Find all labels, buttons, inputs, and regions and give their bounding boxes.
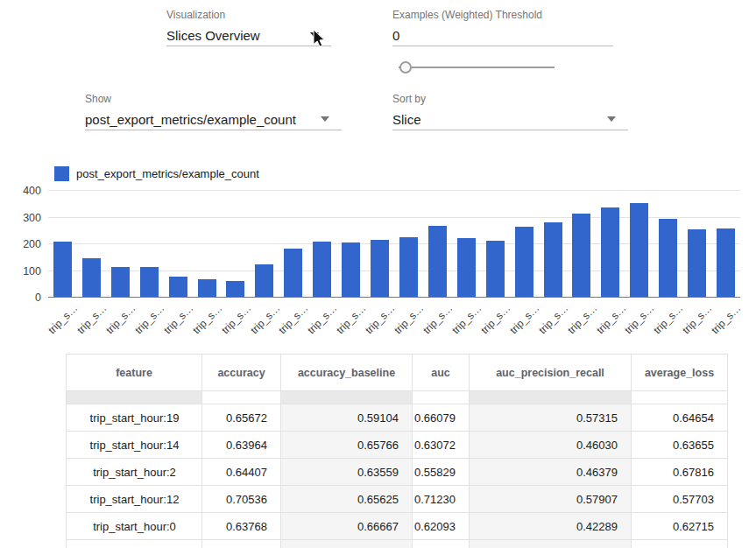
table-cell: 0.57703 <box>632 486 728 513</box>
table-cell: 0.66016 <box>202 540 281 548</box>
bar[interactable] <box>198 279 216 297</box>
bar[interactable] <box>284 249 302 297</box>
bar[interactable] <box>226 281 244 297</box>
table-row[interactable]: trip_start_hour:00.637680.666670.620930.… <box>67 513 728 540</box>
y-axis-tick-label: 400 <box>6 184 41 198</box>
chevron-down-icon[interactable] <box>321 116 329 122</box>
threshold-slider[interactable] <box>399 61 555 74</box>
x-axis-tick-label: trip_s… <box>507 302 541 336</box>
column-header-auc_precision_recall[interactable]: auc_precision_recall <box>470 355 632 391</box>
x-axis-tick-label: trip_s… <box>536 302 570 336</box>
table-cell: 0.63768 <box>202 513 281 540</box>
bar[interactable] <box>544 222 562 297</box>
bar[interactable] <box>53 242 72 297</box>
x-axis-tick-label: trip_s… <box>103 302 138 336</box>
visualization-value: Slices Overview <box>166 28 260 43</box>
table-row[interactable]: trip_start_hour:140.639640.657660.630720… <box>67 432 728 459</box>
x-axis-tick-label: trip_s… <box>392 302 426 336</box>
show-value: post_export_metrics/example_count <box>85 112 296 127</box>
bar[interactable] <box>457 238 476 297</box>
x-axis-tick-label: trip_s… <box>305 302 339 336</box>
x-axis-tick-label: trip_s… <box>334 302 368 336</box>
table-cell: 0.46030 <box>470 432 632 459</box>
table-row[interactable]: trip_start_hour:190.656720.591040.660790… <box>67 404 728 432</box>
threshold-label: Examples (Weighted) Threshold <box>392 9 613 21</box>
filter-cell <box>470 391 632 404</box>
bar[interactable] <box>515 227 533 297</box>
bar[interactable] <box>399 237 418 297</box>
x-axis-tick-label: trip_s… <box>651 302 685 336</box>
table-cell: trip_start_hour:0 <box>67 513 202 540</box>
chevron-down-icon[interactable] <box>310 32 319 38</box>
x-axis-tick-label: trip_s… <box>46 302 80 336</box>
bar[interactable] <box>659 219 677 297</box>
bar[interactable] <box>717 228 735 297</box>
bar[interactable] <box>313 242 331 297</box>
x-axis-tick-label: trip_s… <box>449 302 484 336</box>
bar[interactable] <box>688 229 706 297</box>
bar[interactable] <box>140 267 159 297</box>
y-axis-tick-label: 100 <box>6 264 41 278</box>
bar[interactable] <box>601 207 619 297</box>
table-cell: 0.66079 <box>413 404 470 432</box>
table-row[interactable]: trip_start_hour:230.660160.648440.583370… <box>67 540 728 548</box>
x-axis-tick-label: trip_s… <box>478 302 512 336</box>
x-axis-tick-label: trip_s… <box>219 302 253 336</box>
bar[interactable] <box>255 264 273 297</box>
bar[interactable] <box>111 267 130 297</box>
bar[interactable] <box>82 258 101 297</box>
x-axis-tick-label: trip_s… <box>709 302 743 336</box>
filter-cell <box>413 391 470 404</box>
x-axis-tick-label: trip_s… <box>623 302 657 336</box>
table-cell: 0.44173 <box>470 540 632 548</box>
gridline <box>48 190 740 191</box>
table-cell: 0.65672 <box>202 404 281 432</box>
table-row[interactable]: trip_start_hour:20.644070.635590.558290.… <box>67 459 728 486</box>
column-header-accuracy[interactable]: accuracy <box>202 355 281 391</box>
filter-cell <box>67 391 202 404</box>
column-header-accuracy_baseline[interactable]: accuracy_baseline <box>281 355 413 391</box>
sort-by-select[interactable]: Slice <box>392 109 628 130</box>
y-axis-tick-label: 0 <box>6 291 41 305</box>
bar[interactable] <box>486 241 505 297</box>
x-axis-tick-label: trip_s… <box>420 302 455 336</box>
table-filter-row <box>67 391 728 404</box>
legend-label: post_export_metrics/example_count <box>76 167 259 180</box>
column-header-feature[interactable]: feature <box>67 355 202 391</box>
y-axis-tick-label: 200 <box>6 237 41 251</box>
bar[interactable] <box>572 214 590 297</box>
chevron-down-icon[interactable] <box>607 116 616 122</box>
table-cell: 0.65625 <box>281 486 413 513</box>
visualization-select[interactable]: Slices Overview <box>166 25 331 46</box>
table-header-row: featureaccuracyaccuracy_baselineaucauc_p… <box>67 355 728 391</box>
x-axis-tick-label: trip_s… <box>594 302 628 336</box>
column-header-auc[interactable]: auc <box>413 355 470 391</box>
threshold-input[interactable]: 0 <box>392 25 613 46</box>
show-select[interactable]: post_export_metrics/example_count <box>85 109 342 130</box>
slider-track[interactable] <box>399 67 555 68</box>
chart-legend: post_export_metrics/example_count <box>54 166 259 181</box>
column-header-average_loss[interactable]: average_loss <box>632 355 728 391</box>
bar[interactable] <box>428 226 447 297</box>
table-row[interactable]: trip_start_hour:120.705360.656250.712300… <box>67 486 728 513</box>
table-cell: 0.64844 <box>281 540 413 548</box>
filter-cell <box>281 391 413 404</box>
filter-cell <box>202 391 281 404</box>
bar[interactable] <box>342 242 360 297</box>
table-cell: 0.67816 <box>632 459 728 486</box>
bar-chart: 0100200300400trip_s…trip_s…trip_s…trip_s… <box>48 183 740 298</box>
slider-thumb[interactable] <box>399 61 412 74</box>
threshold-value: 0 <box>392 28 399 43</box>
table-cell: 0.66667 <box>281 513 413 540</box>
bar[interactable] <box>630 203 648 297</box>
bar[interactable] <box>169 277 187 297</box>
x-axis-tick-label: trip_s… <box>363 302 397 336</box>
table-cell: 0.55829 <box>413 459 470 486</box>
visualization-label: Visualization <box>166 9 331 21</box>
bar[interactable] <box>371 240 389 297</box>
x-axis-tick-label: trip_s… <box>565 302 599 336</box>
table-cell: 0.63072 <box>413 432 470 459</box>
x-axis-tick-label: trip_s… <box>277 302 311 336</box>
table-cell: 0.63559 <box>281 459 413 486</box>
x-axis-tick-label: trip_s… <box>74 302 109 336</box>
